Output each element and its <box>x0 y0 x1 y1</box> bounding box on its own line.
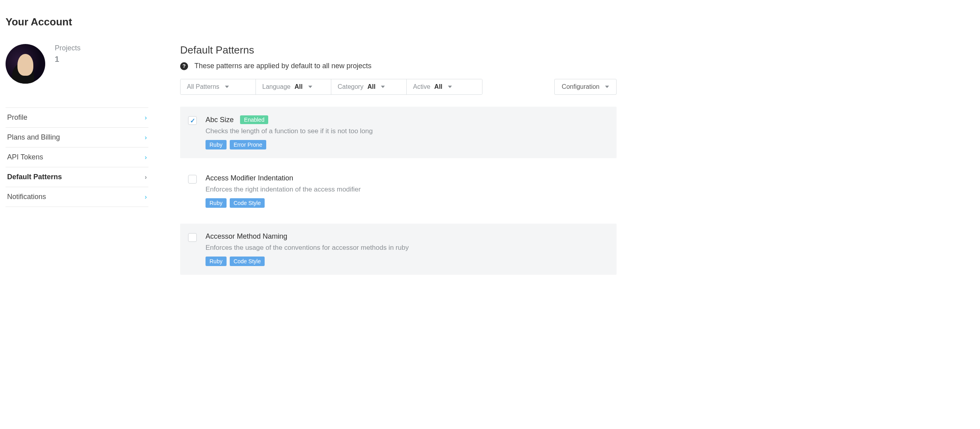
caret-down-icon <box>448 86 452 88</box>
pattern-name: Accessor Method Naming <box>206 232 287 241</box>
filter-bar: All Patterns Language All Category All A… <box>180 79 617 95</box>
chevron-right-icon: › <box>145 174 147 181</box>
section-subtitle-row: ? These patterns are applied by default … <box>180 62 617 70</box>
tag[interactable]: Ruby <box>206 198 227 208</box>
filter-value: All <box>367 83 375 90</box>
configuration-label: Configuration <box>562 83 600 90</box>
pattern-tags: Ruby Code Style <box>206 198 609 208</box>
nav-item-label: Profile <box>7 113 27 122</box>
pattern-checkbox[interactable] <box>188 175 197 184</box>
pattern-checkbox[interactable] <box>188 233 197 242</box>
filter-active[interactable]: Active All <box>407 79 482 94</box>
projects-label: Projects <box>55 44 81 52</box>
pattern-checkbox[interactable] <box>188 116 197 125</box>
section-title: Default Patterns <box>180 44 617 56</box>
pattern-description: Enforces the right indentation of the ac… <box>206 186 609 193</box>
pattern-row[interactable]: Accessor Method Naming Enforces the usag… <box>180 224 617 275</box>
pattern-name: Access Modifier Indentation <box>206 174 293 182</box>
help-icon[interactable]: ? <box>180 62 188 70</box>
nav-item-label: Default Patterns <box>7 173 62 181</box>
profile-summary: Projects 1 <box>6 44 148 84</box>
tag[interactable]: Ruby <box>206 140 227 149</box>
sidebar: Projects 1 Profile › Plans and Billing ›… <box>6 44 148 282</box>
section-subtitle: These patterns are applied by default to… <box>194 62 371 70</box>
tag[interactable]: Code Style <box>230 257 265 266</box>
chevron-right-icon: › <box>145 154 147 161</box>
nav-item-notifications[interactable]: Notifications › <box>6 187 148 207</box>
caret-down-icon <box>605 86 609 88</box>
tag[interactable]: Error Prone <box>230 140 266 149</box>
sidebar-nav: Profile › Plans and Billing › API Tokens… <box>6 107 148 207</box>
pattern-description: Checks the length of a function to see i… <box>206 127 609 135</box>
pattern-tags: Ruby Error Prone <box>206 140 609 149</box>
filter-patterns[interactable]: All Patterns <box>181 79 256 94</box>
pattern-row[interactable]: Access Modifier Indentation Enforces the… <box>180 165 617 216</box>
pattern-tags: Ruby Code Style <box>206 257 609 266</box>
nav-item-default-patterns[interactable]: Default Patterns › <box>6 167 148 187</box>
avatar[interactable] <box>6 44 45 84</box>
projects-count: 1 <box>55 55 81 64</box>
filter-group: All Patterns Language All Category All A… <box>180 79 482 95</box>
pattern-name: Abc Size <box>206 116 234 124</box>
filter-category[interactable]: Category All <box>331 79 407 94</box>
nav-item-profile[interactable]: Profile › <box>6 108 148 128</box>
configuration-button[interactable]: Configuration <box>554 79 617 95</box>
page-title: Your Account <box>6 16 974 28</box>
tag[interactable]: Code Style <box>230 198 265 208</box>
pattern-description: Enforces the usage of the conventions fo… <box>206 244 609 252</box>
enabled-badge: Enabled <box>240 115 268 124</box>
tag[interactable]: Ruby <box>206 257 227 266</box>
pattern-row[interactable]: Abc Size Enabled Checks the length of a … <box>180 107 617 158</box>
filter-language[interactable]: Language All <box>256 79 331 94</box>
filter-label: Active <box>413 83 430 90</box>
nav-item-api-tokens[interactable]: API Tokens › <box>6 147 148 167</box>
chevron-right-icon: › <box>145 134 147 141</box>
main-content: Default Patterns ? These patterns are ap… <box>180 44 617 282</box>
caret-down-icon <box>308 86 312 88</box>
nav-item-label: Notifications <box>7 193 46 201</box>
filter-label: Category <box>338 83 363 90</box>
filter-value: All <box>294 83 302 90</box>
filter-label: All Patterns <box>187 83 219 90</box>
nav-item-label: Plans and Billing <box>7 133 60 142</box>
chevron-right-icon: › <box>145 114 147 121</box>
caret-down-icon <box>225 86 229 88</box>
filter-value: All <box>434 83 442 90</box>
nav-item-label: API Tokens <box>7 153 43 161</box>
filter-label: Language <box>262 83 290 90</box>
caret-down-icon <box>381 86 385 88</box>
chevron-right-icon: › <box>145 193 147 201</box>
nav-item-plans-billing[interactable]: Plans and Billing › <box>6 128 148 147</box>
